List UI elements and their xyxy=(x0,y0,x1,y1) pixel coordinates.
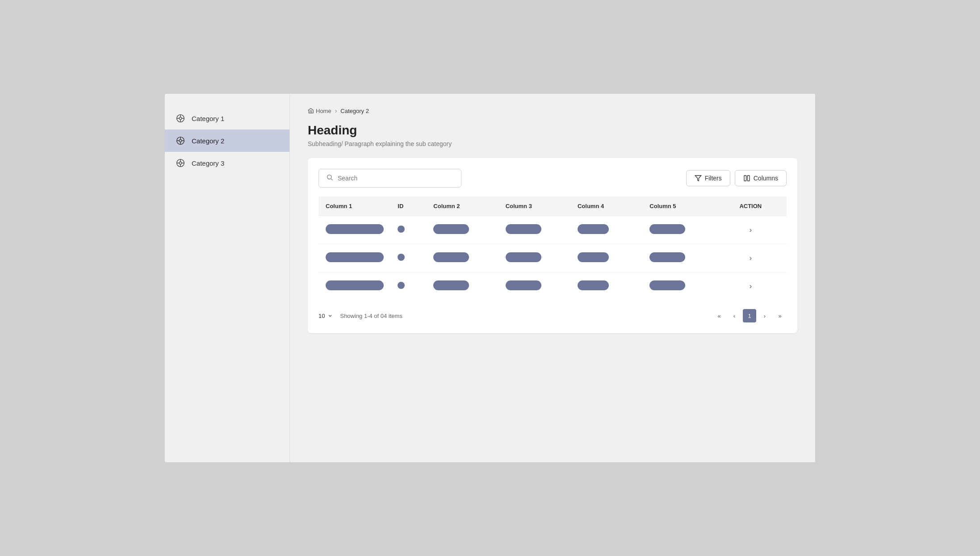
category2-icon xyxy=(176,136,185,146)
columns-button[interactable]: Columns xyxy=(735,170,787,186)
cell-id xyxy=(390,272,426,301)
sidebar-item-label-cat2: Category 2 xyxy=(192,137,224,145)
search-icon xyxy=(326,174,333,183)
cell-col4 xyxy=(570,244,642,272)
table-header-row: Column 1 ID Column 2 Column 3 Column 4 C… xyxy=(318,196,787,216)
sidebar-item-cat3[interactable]: Category 3 xyxy=(165,152,289,174)
showing-text: Showing 1-4 of 04 items xyxy=(340,313,402,319)
skeleton-pill xyxy=(433,280,469,290)
sidebar-item-label-cat1: Category 1 xyxy=(192,115,224,122)
cell-id xyxy=(390,216,426,244)
svg-point-13 xyxy=(179,162,182,164)
page-header: Heading Subheading/ Paragraph explaining… xyxy=(308,123,797,147)
sidebar-item-cat2[interactable]: Category 2 xyxy=(165,130,289,152)
breadcrumb-current: Category 2 xyxy=(340,108,369,114)
cell-col1 xyxy=(318,216,390,244)
table-row: › xyxy=(318,244,787,272)
page-size-value: 10 xyxy=(318,313,325,319)
svg-line-19 xyxy=(331,179,333,180)
page-title: Heading xyxy=(308,123,797,138)
page-subtitle: Subheading/ Paragraph explaining the sub… xyxy=(308,140,797,147)
pagination-controls: « ‹ 1 › » xyxy=(712,309,787,322)
prev-page-button[interactable]: ‹ xyxy=(728,309,741,322)
cell-action[interactable]: › xyxy=(715,272,787,301)
next-page-button[interactable]: › xyxy=(758,309,771,322)
col-header-col5: Column 5 xyxy=(642,196,714,216)
cell-col2 xyxy=(426,244,498,272)
skeleton-pill xyxy=(506,280,541,290)
skeleton-pill xyxy=(433,252,469,262)
pagination-bar: 10 Showing 1-4 of 04 items « ‹ 1 › » xyxy=(318,309,787,322)
sidebar-item-label-cat3: Category 3 xyxy=(192,159,224,167)
skeleton-dot xyxy=(398,282,405,289)
search-container[interactable] xyxy=(318,169,461,188)
filters-button[interactable]: Filters xyxy=(686,170,730,186)
skeleton-pill xyxy=(326,280,384,290)
cell-col5 xyxy=(642,216,714,244)
skeleton-pill xyxy=(578,280,609,290)
breadcrumb: Home › Category 2 xyxy=(308,107,797,114)
col-header-col3: Column 3 xyxy=(498,196,570,216)
cell-col1 xyxy=(318,244,390,272)
category3-icon xyxy=(176,158,185,168)
col-header-id: ID xyxy=(390,196,426,216)
page-size-selector[interactable]: 10 xyxy=(318,313,333,319)
table-row: › xyxy=(318,216,787,244)
skeleton-dot xyxy=(398,226,405,233)
svg-point-7 xyxy=(179,139,182,142)
content-card: Filters Columns Colum xyxy=(308,158,797,333)
cell-id xyxy=(390,244,426,272)
skeleton-pill xyxy=(506,252,541,262)
skeleton-pill xyxy=(649,252,685,262)
cell-col5 xyxy=(642,272,714,301)
cell-action[interactable]: › xyxy=(715,244,787,272)
app-container: Category 1 Category 2 Category xyxy=(165,94,815,462)
data-table: Column 1 ID Column 2 Column 3 Column 4 C… xyxy=(318,196,787,300)
toolbar-actions: Filters Columns xyxy=(686,170,787,186)
search-input[interactable] xyxy=(338,175,454,182)
cell-action[interactable]: › xyxy=(715,216,787,244)
category1-icon xyxy=(176,113,185,123)
last-page-button[interactable]: » xyxy=(773,309,787,322)
cell-col3 xyxy=(498,244,570,272)
sidebar: Category 1 Category 2 Category xyxy=(165,94,290,462)
sidebar-item-cat1[interactable]: Category 1 xyxy=(165,107,289,130)
skeleton-pill xyxy=(578,252,609,262)
table-row: › xyxy=(318,272,787,301)
svg-marker-20 xyxy=(695,176,701,181)
col-header-col4: Column 4 xyxy=(570,196,642,216)
cell-col2 xyxy=(426,272,498,301)
skeleton-pill xyxy=(578,224,609,234)
chevron-down-icon xyxy=(327,313,333,318)
breadcrumb-home-label: Home xyxy=(316,108,331,114)
filters-label: Filters xyxy=(705,175,722,182)
svg-point-1 xyxy=(179,117,182,120)
skeleton-pill xyxy=(326,224,384,234)
cell-col4 xyxy=(570,216,642,244)
skeleton-dot xyxy=(398,254,405,261)
cell-col3 xyxy=(498,216,570,244)
toolbar: Filters Columns xyxy=(318,169,787,188)
svg-rect-21 xyxy=(744,176,746,181)
breadcrumb-home-link[interactable]: Home xyxy=(308,108,331,114)
current-page-button[interactable]: 1 xyxy=(743,309,756,322)
columns-label: Columns xyxy=(754,175,778,182)
svg-point-18 xyxy=(327,175,331,179)
home-icon xyxy=(308,108,314,114)
filters-icon xyxy=(695,175,702,182)
svg-rect-22 xyxy=(747,176,750,181)
first-page-button[interactable]: « xyxy=(712,309,726,322)
skeleton-pill xyxy=(649,224,685,234)
cell-col3 xyxy=(498,272,570,301)
cell-col5 xyxy=(642,244,714,272)
cell-col1 xyxy=(318,272,390,301)
main-content: Home › Category 2 Heading Subheading/ Pa… xyxy=(290,94,815,462)
cell-col4 xyxy=(570,272,642,301)
cell-col2 xyxy=(426,216,498,244)
data-table-wrapper: Column 1 ID Column 2 Column 3 Column 4 C… xyxy=(318,196,787,300)
breadcrumb-separator: › xyxy=(335,107,337,114)
skeleton-pill xyxy=(326,252,384,262)
skeleton-pill xyxy=(433,224,469,234)
skeleton-pill xyxy=(506,224,541,234)
columns-icon xyxy=(743,175,750,182)
